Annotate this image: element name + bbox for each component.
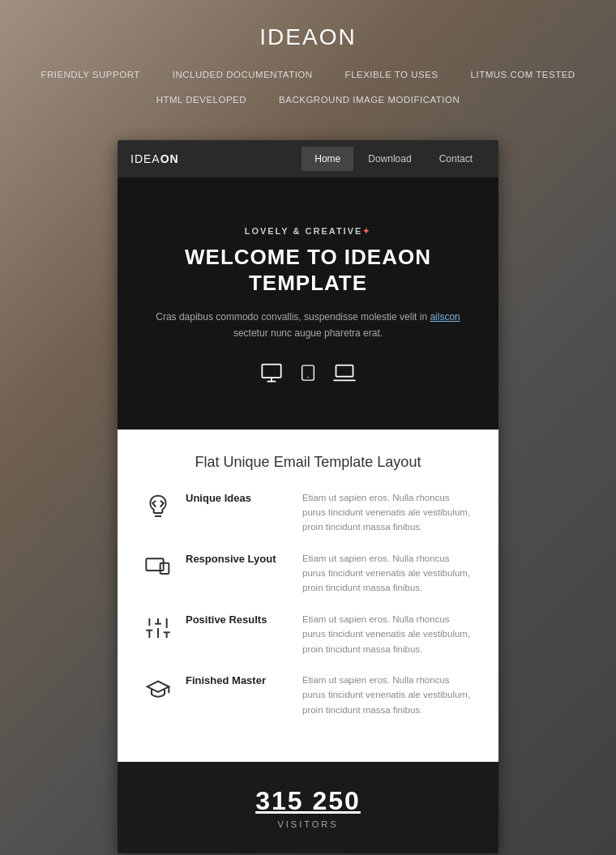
feature-row-finished-master: Finished Master Etiam ut sapien eros. Nu… xyxy=(142,673,474,717)
svg-rect-0 xyxy=(262,364,280,377)
brand-suffix: ON xyxy=(319,24,357,49)
positive-results-desc: Etiam ut sapien eros. Nulla rhoncus puru… xyxy=(302,612,474,656)
stats-label: VISITORS xyxy=(142,819,474,829)
positive-results-name: Positive Results xyxy=(186,612,291,626)
feature-row-unique-ideas: Unique Ideas Etiam ut sapien eros. Nulla… xyxy=(142,490,474,535)
email-logo: IDEAON xyxy=(130,152,302,165)
brand-title: IDEAON xyxy=(32,24,584,50)
hero-description: Cras dapibus commodo convallis, suspendi… xyxy=(142,309,474,342)
logo-prefix: IDEA xyxy=(130,152,160,165)
logo-suffix: ON xyxy=(160,152,179,165)
svg-rect-3 xyxy=(302,365,314,379)
svg-rect-5 xyxy=(336,365,353,376)
unique-ideas-icon xyxy=(142,490,174,523)
nav-links: Home Download Contact xyxy=(302,147,486,171)
positive-results-icon xyxy=(142,612,174,644)
header-section: IDEAON FRIENDLY SUPPORT INCLUDED DOCUMEN… xyxy=(0,0,616,124)
tablet-icon xyxy=(299,361,317,389)
description-line2: sectetur nunc augue pharetra erat. xyxy=(233,327,383,339)
description-link: ailscon xyxy=(430,311,460,323)
email-navbar: IDEAON Home Download Contact xyxy=(118,140,498,177)
nav-link-contact[interactable]: Contact xyxy=(426,147,486,171)
laptop-icon xyxy=(333,361,356,389)
unique-ideas-name: Unique Ideas xyxy=(186,490,291,504)
responsive-desc: Etiam ut sapien eros. Nulla rhoncus puru… xyxy=(302,551,474,596)
feature-item-0: FRIENDLY SUPPORT xyxy=(41,66,139,83)
desktop-icon xyxy=(260,361,283,389)
hero-content: LOVELY & CREATIVE✦ WELCOME TO IDEAON TEM… xyxy=(142,226,474,388)
feature-item-4: HTML DEVELOPED xyxy=(156,92,246,109)
hero-section: LOVELY & CREATIVE✦ WELCOME TO IDEAON TEM… xyxy=(118,177,498,429)
feature-item-3: LITMUS.COM TESTED xyxy=(471,66,575,83)
nav-link-download[interactable]: Download xyxy=(355,147,424,171)
features-section-title: Flat Unique Email Template Layout xyxy=(142,454,474,471)
finished-master-name: Finished Master xyxy=(186,673,291,686)
feature-item-1: INCLUDED DOCUMENTATION xyxy=(173,66,313,83)
feature-row-positive: Positive Results Etiam ut sapien eros. N… xyxy=(142,612,474,656)
device-icons xyxy=(142,361,474,389)
svg-rect-9 xyxy=(160,562,169,573)
hero-title: WELCOME TO IDEAON TEMPLATE xyxy=(142,245,474,295)
feature-row-responsive: Responsive Lyout Etiam ut sapien eros. N… xyxy=(142,551,474,596)
brand-prefix: IDEA xyxy=(259,24,319,49)
feature-item-5: BACKGROUND IMAGE MODIFICATION xyxy=(279,92,460,109)
subtitle-highlight: ✦ xyxy=(362,226,371,236)
email-preview: IDEAON Home Download Contact LOVELY & CR… xyxy=(118,140,498,853)
stats-number: 315 250 xyxy=(142,786,474,816)
features-list: FRIENDLY SUPPORT INCLUDED DOCUMENTATION … xyxy=(32,66,584,108)
stats-section: 315 250 VISITORS xyxy=(118,762,498,853)
responsive-name: Responsive Lyout xyxy=(186,551,291,565)
features-section: Flat Unique Email Template Layout Unique… xyxy=(118,430,498,763)
responsive-icon xyxy=(142,551,174,584)
hero-subtitle: LOVELY & CREATIVE✦ xyxy=(142,226,474,237)
finished-master-icon xyxy=(142,673,174,705)
nav-link-home[interactable]: Home xyxy=(302,147,353,171)
finished-master-desc: Etiam ut sapien eros. Nulla rhoncus puru… xyxy=(302,673,474,717)
unique-ideas-desc: Etiam ut sapien eros. Nulla rhoncus puru… xyxy=(302,490,474,535)
feature-item-2: FLEXIBLE TO USES xyxy=(345,66,438,83)
